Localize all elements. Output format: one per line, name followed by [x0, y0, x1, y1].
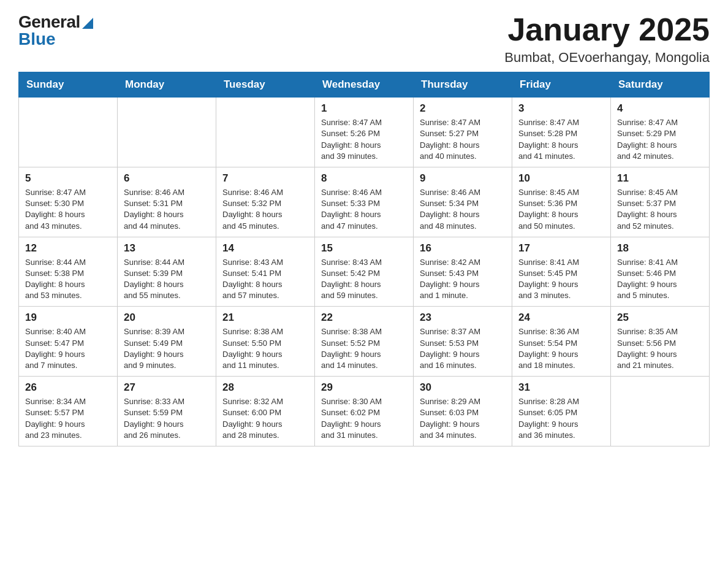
day-info: Sunrise: 8:44 AM Sunset: 5:39 PM Dayligh…: [124, 257, 210, 302]
day-info: Sunrise: 8:41 AM Sunset: 5:45 PM Dayligh…: [518, 257, 604, 302]
day-info: Sunrise: 8:46 AM Sunset: 5:34 PM Dayligh…: [420, 187, 506, 232]
logo: General Blue: [18, 12, 93, 49]
day-number: 27: [124, 381, 210, 394]
day-number: 21: [222, 312, 308, 324]
day-number: 23: [420, 312, 506, 324]
weekday-header-row: SundayMondayTuesdayWednesdayThursdayFrid…: [19, 72, 710, 98]
day-number: 1: [321, 102, 407, 115]
day-info: Sunrise: 8:35 AM Sunset: 5:56 PM Dayligh…: [617, 326, 703, 371]
day-info: Sunrise: 8:30 AM Sunset: 6:02 PM Dayligh…: [321, 396, 407, 441]
day-info: Sunrise: 8:38 AM Sunset: 5:50 PM Dayligh…: [222, 326, 308, 371]
calendar-cell: 5Sunrise: 8:47 AM Sunset: 5:30 PM Daylig…: [19, 167, 118, 237]
calendar-table: SundayMondayTuesdayWednesdayThursdayFrid…: [18, 72, 710, 446]
day-number: 29: [321, 381, 407, 394]
day-number: 24: [518, 312, 604, 324]
day-info: Sunrise: 8:40 AM Sunset: 5:47 PM Dayligh…: [25, 326, 111, 371]
day-info: Sunrise: 8:46 AM Sunset: 5:33 PM Dayligh…: [321, 187, 407, 232]
calendar-cell: 25Sunrise: 8:35 AM Sunset: 5:56 PM Dayli…: [611, 307, 710, 377]
calendar-cell: 24Sunrise: 8:36 AM Sunset: 5:54 PM Dayli…: [512, 307, 611, 377]
day-info: Sunrise: 8:41 AM Sunset: 5:46 PM Dayligh…: [617, 257, 703, 302]
week-row-5: 26Sunrise: 8:34 AM Sunset: 5:57 PM Dayli…: [19, 377, 710, 446]
calendar-cell: 15Sunrise: 8:43 AM Sunset: 5:42 PM Dayli…: [315, 237, 414, 307]
day-number: 4: [617, 102, 703, 115]
day-number: 10: [518, 172, 604, 185]
weekday-header-friday: Friday: [512, 72, 611, 98]
day-info: Sunrise: 8:38 AM Sunset: 5:52 PM Dayligh…: [321, 326, 407, 371]
calendar-cell: 8Sunrise: 8:46 AM Sunset: 5:33 PM Daylig…: [315, 167, 414, 237]
header: General Blue January 2025 Bumbat, OEvoer…: [18, 12, 710, 66]
calendar-cell: 2Sunrise: 8:47 AM Sunset: 5:27 PM Daylig…: [414, 98, 512, 167]
day-info: Sunrise: 8:43 AM Sunset: 5:42 PM Dayligh…: [321, 257, 407, 302]
weekday-header-monday: Monday: [118, 72, 216, 98]
calendar-cell: 6Sunrise: 8:46 AM Sunset: 5:31 PM Daylig…: [118, 167, 216, 237]
calendar-cell: [118, 98, 216, 167]
calendar-cell: [19, 98, 118, 167]
day-info: Sunrise: 8:46 AM Sunset: 5:32 PM Dayligh…: [222, 187, 308, 232]
day-info: Sunrise: 8:47 AM Sunset: 5:27 PM Dayligh…: [420, 117, 506, 162]
day-number: 3: [518, 102, 604, 115]
calendar-cell: 30Sunrise: 8:29 AM Sunset: 6:03 PM Dayli…: [414, 377, 512, 446]
week-row-3: 12Sunrise: 8:44 AM Sunset: 5:38 PM Dayli…: [19, 237, 710, 307]
day-number: 17: [518, 242, 604, 255]
day-number: 7: [222, 172, 308, 185]
calendar-cell: [611, 377, 710, 446]
calendar-cell: 31Sunrise: 8:28 AM Sunset: 6:05 PM Dayli…: [512, 377, 611, 446]
calendar-cell: 26Sunrise: 8:34 AM Sunset: 5:57 PM Dayli…: [19, 377, 118, 446]
day-number: 19: [25, 312, 111, 324]
day-number: 26: [25, 381, 111, 394]
day-number: 18: [617, 242, 703, 255]
calendar-cell: 17Sunrise: 8:41 AM Sunset: 5:45 PM Dayli…: [512, 237, 611, 307]
day-info: Sunrise: 8:45 AM Sunset: 5:37 PM Dayligh…: [617, 187, 703, 232]
day-info: Sunrise: 8:47 AM Sunset: 5:26 PM Dayligh…: [321, 117, 407, 162]
day-info: Sunrise: 8:47 AM Sunset: 5:29 PM Dayligh…: [617, 117, 703, 162]
calendar-cell: 1Sunrise: 8:47 AM Sunset: 5:26 PM Daylig…: [315, 98, 414, 167]
logo-triangle-icon: [82, 17, 93, 29]
logo-blue-text: Blue: [18, 29, 56, 48]
calendar-cell: 27Sunrise: 8:33 AM Sunset: 5:59 PM Dayli…: [118, 377, 216, 446]
day-info: Sunrise: 8:32 AM Sunset: 6:00 PM Dayligh…: [222, 396, 308, 441]
weekday-header-sunday: Sunday: [19, 72, 118, 98]
weekday-header-wednesday: Wednesday: [315, 72, 414, 98]
calendar-cell: 10Sunrise: 8:45 AM Sunset: 5:36 PM Dayli…: [512, 167, 611, 237]
day-info: Sunrise: 8:34 AM Sunset: 5:57 PM Dayligh…: [25, 396, 111, 441]
day-number: 22: [321, 312, 407, 324]
day-info: Sunrise: 8:42 AM Sunset: 5:43 PM Dayligh…: [420, 257, 506, 302]
calendar-cell: 12Sunrise: 8:44 AM Sunset: 5:38 PM Dayli…: [19, 237, 118, 307]
day-number: 14: [222, 242, 308, 255]
calendar-cell: 18Sunrise: 8:41 AM Sunset: 5:46 PM Dayli…: [611, 237, 710, 307]
calendar-cell: [216, 98, 315, 167]
month-title: January 2025: [504, 12, 710, 47]
calendar-cell: 21Sunrise: 8:38 AM Sunset: 5:50 PM Dayli…: [216, 307, 315, 377]
day-number: 28: [222, 381, 308, 394]
day-number: 11: [617, 172, 703, 185]
day-info: Sunrise: 8:46 AM Sunset: 5:31 PM Dayligh…: [124, 187, 210, 232]
day-number: 31: [518, 381, 604, 394]
day-info: Sunrise: 8:47 AM Sunset: 5:30 PM Dayligh…: [25, 187, 111, 232]
calendar-cell: 23Sunrise: 8:37 AM Sunset: 5:53 PM Dayli…: [414, 307, 512, 377]
day-info: Sunrise: 8:47 AM Sunset: 5:28 PM Dayligh…: [518, 117, 604, 162]
calendar-cell: 16Sunrise: 8:42 AM Sunset: 5:43 PM Dayli…: [414, 237, 512, 307]
calendar-cell: 13Sunrise: 8:44 AM Sunset: 5:39 PM Dayli…: [118, 237, 216, 307]
week-row-4: 19Sunrise: 8:40 AM Sunset: 5:47 PM Dayli…: [19, 307, 710, 377]
week-row-1: 1Sunrise: 8:47 AM Sunset: 5:26 PM Daylig…: [19, 98, 710, 167]
weekday-header-thursday: Thursday: [414, 72, 512, 98]
calendar-cell: 29Sunrise: 8:30 AM Sunset: 6:02 PM Dayli…: [315, 377, 414, 446]
day-number: 30: [420, 381, 506, 394]
day-info: Sunrise: 8:36 AM Sunset: 5:54 PM Dayligh…: [518, 326, 604, 371]
calendar-cell: 7Sunrise: 8:46 AM Sunset: 5:32 PM Daylig…: [216, 167, 315, 237]
day-number: 25: [617, 312, 703, 324]
weekday-header-saturday: Saturday: [611, 72, 710, 98]
calendar-cell: 20Sunrise: 8:39 AM Sunset: 5:49 PM Dayli…: [118, 307, 216, 377]
day-number: 2: [420, 102, 506, 115]
day-info: Sunrise: 8:43 AM Sunset: 5:41 PM Dayligh…: [222, 257, 308, 302]
week-row-2: 5Sunrise: 8:47 AM Sunset: 5:30 PM Daylig…: [19, 167, 710, 237]
calendar-cell: 3Sunrise: 8:47 AM Sunset: 5:28 PM Daylig…: [512, 98, 611, 167]
day-info: Sunrise: 8:28 AM Sunset: 6:05 PM Dayligh…: [518, 396, 604, 441]
day-number: 9: [420, 172, 506, 185]
day-info: Sunrise: 8:44 AM Sunset: 5:38 PM Dayligh…: [25, 257, 111, 302]
day-number: 8: [321, 172, 407, 185]
title-area: January 2025 Bumbat, OEvoerhangay, Mongo…: [504, 12, 710, 66]
calendar-cell: 14Sunrise: 8:43 AM Sunset: 5:41 PM Dayli…: [216, 237, 315, 307]
calendar-cell: 28Sunrise: 8:32 AM Sunset: 6:00 PM Dayli…: [216, 377, 315, 446]
calendar-cell: 22Sunrise: 8:38 AM Sunset: 5:52 PM Dayli…: [315, 307, 414, 377]
